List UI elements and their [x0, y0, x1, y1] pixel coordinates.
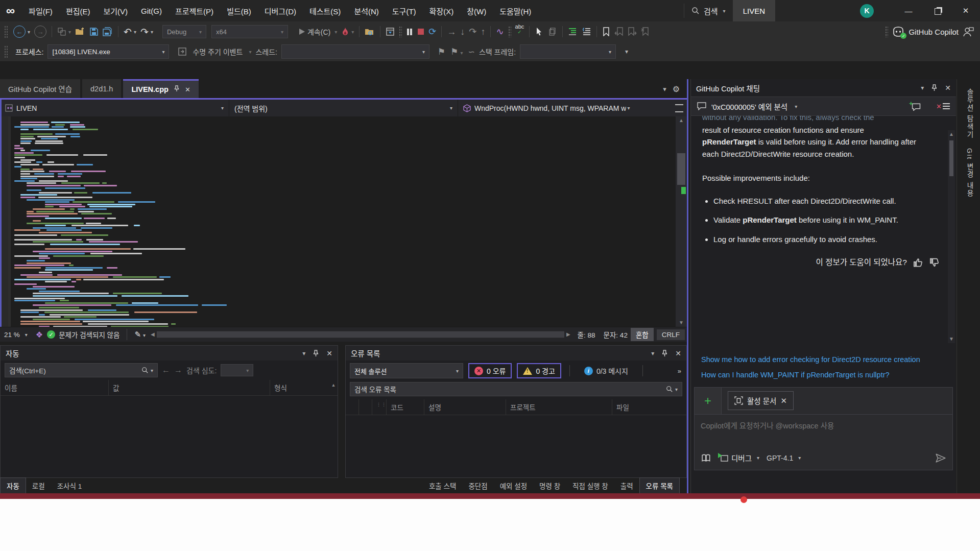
error-column-suppression[interactable]: [359, 399, 372, 415]
navigate-back-button[interactable]: ←▾: [11, 24, 32, 39]
undo-button[interactable]: ↶▾: [122, 24, 138, 39]
strip-git-changes[interactable]: Git 변경 내용: [964, 148, 974, 198]
nav-member-combo[interactable]: WndProc(HWND hwnd, UINT msg, WPARAM w ▾: [458, 100, 671, 116]
error-toolbar-overflow-icon[interactable]: »: [678, 367, 681, 375]
remove-context-icon[interactable]: ✕: [780, 396, 787, 405]
autos-window-chevron-icon[interactable]: ▾: [302, 350, 305, 357]
scroll-down-icon[interactable]: ▼: [679, 319, 684, 327]
autos-search-forward-icon[interactable]: →: [174, 366, 182, 375]
status-line-ending[interactable]: CRLF: [657, 329, 685, 340]
stack-frame-combo[interactable]: ▾: [520, 44, 616, 59]
autos-panel-header[interactable]: 자동 ▾ ✕: [0, 345, 338, 361]
send-icon[interactable]: [935, 452, 946, 464]
autos-column-value[interactable]: 값: [109, 380, 270, 395]
active-document-chip[interactable]: 활성 문서 ✕: [728, 391, 794, 410]
tablist-chevron-icon[interactable]: ▾: [663, 85, 666, 93]
debugbar-grip[interactable]: [4, 45, 8, 58]
toolbar-overflow-dots[interactable]: [399, 26, 402, 37]
autos-column-type[interactable]: 형식: [270, 380, 329, 395]
copilot-pin-icon[interactable]: [931, 84, 938, 91]
menu-extensions[interactable]: 확장(X): [423, 6, 461, 16]
copilot-session-title[interactable]: '0xC0000005' 예외 분석: [711, 101, 787, 112]
error-column-severity[interactable]: [346, 399, 359, 415]
find-in-files-button[interactable]: [363, 24, 377, 39]
configuration-combo[interactable]: Debug▾: [162, 25, 206, 38]
restart-button[interactable]: ⟳: [426, 24, 438, 39]
show-next-statement-button[interactable]: →: [445, 24, 458, 39]
copilot-prompt-input[interactable]: [695, 415, 952, 446]
error-search-input[interactable]: 검색 오류 목록 ▾: [350, 382, 682, 396]
autos-column-name[interactable]: 이름: [1, 380, 109, 395]
save-all-button[interactable]: [101, 24, 115, 39]
chat-scrollbar[interactable]: ▲ ▼: [948, 130, 955, 343]
add-context-button[interactable]: +: [695, 388, 722, 414]
clear-bookmarks-button[interactable]: [639, 24, 652, 39]
copy-lines-button[interactable]: [546, 24, 559, 39]
tab-output[interactable]: 출력: [614, 478, 639, 493]
editor-settings-gear-icon[interactable]: ⚙: [673, 84, 680, 94]
menu-debug[interactable]: 디버그(D): [258, 6, 303, 16]
toolbar-overflow-dots-2[interactable]: [508, 26, 511, 37]
thumbs-down-icon[interactable]: [929, 257, 940, 268]
pause-button[interactable]: [404, 24, 415, 39]
tab-exception-settings[interactable]: 예외 설정: [494, 478, 533, 493]
menu-analyze[interactable]: 분석(N): [347, 6, 385, 16]
messages-filter-button[interactable]: i 0/3 메시지: [578, 363, 634, 378]
platform-combo[interactable]: x64▾: [211, 25, 288, 38]
hscroll-right-icon[interactable]: ▶: [566, 330, 570, 339]
hot-reload-button[interactable]: ▾: [339, 24, 356, 39]
close-button[interactable]: ✕: [951, 0, 980, 21]
error-column-project[interactable]: 프로젝트: [506, 399, 612, 415]
chat-scroll-up-icon[interactable]: ▲: [949, 130, 954, 138]
error-scope-combo[interactable]: 전체 솔루션▾: [350, 363, 463, 378]
solution-name-badge[interactable]: LIVEN: [733, 0, 775, 21]
restore-button[interactable]: [923, 0, 951, 21]
toolbar-grip[interactable]: [4, 26, 8, 38]
error-list-panel-header[interactable]: 오류 목록 ▾ ✕: [345, 345, 687, 361]
nav-scope-combo[interactable]: (전역 범위) ▾: [229, 100, 458, 116]
status-encoding[interactable]: 혼합: [631, 328, 654, 341]
tab-d2d1-h[interactable]: d2d1.h: [82, 79, 121, 98]
stop-button[interactable]: [415, 24, 426, 39]
menu-help[interactable]: 도움말(H): [493, 6, 538, 16]
copilot-splitter-accent[interactable]: [687, 79, 688, 493]
suggestion-link[interactable]: Show me how to add error checking for Di…: [701, 354, 921, 366]
application-window-button[interactable]: [384, 24, 397, 39]
tab-call-stack[interactable]: 호출 스택: [423, 478, 462, 493]
menu-edit[interactable]: 편집(E): [59, 6, 97, 16]
tab-command-window[interactable]: 명령 창: [533, 478, 566, 493]
indent-lines-button[interactable]: [566, 24, 579, 39]
flag-thread-icon[interactable]: ⚑▾: [450, 46, 463, 57]
continue-button[interactable]: 계속(C)▾: [296, 24, 339, 39]
copilot-close-icon[interactable]: ✕: [945, 84, 951, 92]
copilot-panel-header[interactable]: GitHub Copilot 채팅 ▾ ✕: [691, 79, 956, 97]
menu-build[interactable]: 빌드(B): [220, 6, 258, 16]
tab-github-copilot-practice[interactable]: GitHub Copilot 연습: [0, 79, 80, 98]
error-list-window-chevron-icon[interactable]: ▾: [651, 350, 654, 357]
code-editor[interactable]: [0, 116, 687, 327]
error-column-file[interactable]: 파일: [612, 399, 686, 415]
zoom-combo[interactable]: 21 %▾: [0, 331, 32, 339]
editor-scrollbar-thumb[interactable]: [677, 153, 685, 185]
warnings-filter-button[interactable]: 0 경고: [517, 363, 561, 378]
menu-test[interactable]: 테스트(S): [303, 6, 347, 16]
error-column-description[interactable]: 설명: [424, 399, 506, 415]
tab-error-list[interactable]: 오류 목록: [639, 477, 680, 494]
lifecycle-events-button[interactable]: 수명 주기 이벤트: [193, 46, 243, 57]
thumbs-up-icon[interactable]: [913, 257, 923, 268]
autos-search-back-icon[interactable]: ←: [162, 366, 170, 375]
tab-locals[interactable]: 로컬: [26, 478, 51, 493]
tab-immediate-window[interactable]: 직접 실행 창: [566, 478, 614, 493]
flag-current-thread-icon[interactable]: ⚑: [438, 46, 445, 57]
open-file-button[interactable]: [73, 24, 87, 39]
minimize-button[interactable]: —: [894, 0, 923, 21]
chat-scrollbar-thumb[interactable]: [949, 140, 953, 176]
thread-combo[interactable]: ▾: [281, 44, 429, 59]
spell-check-button[interactable]: abc ✓: [513, 24, 527, 39]
error-column-code[interactable]: 코드: [387, 399, 424, 415]
close-tab-icon[interactable]: ✕: [185, 86, 190, 93]
unindent-lines-button[interactable]: [579, 24, 593, 39]
toolbar-overflow-dots-3[interactable]: [885, 26, 888, 37]
model-selector[interactable]: GPT-4.1 ▾: [767, 454, 801, 462]
horizontal-splitter[interactable]: [0, 341, 687, 345]
